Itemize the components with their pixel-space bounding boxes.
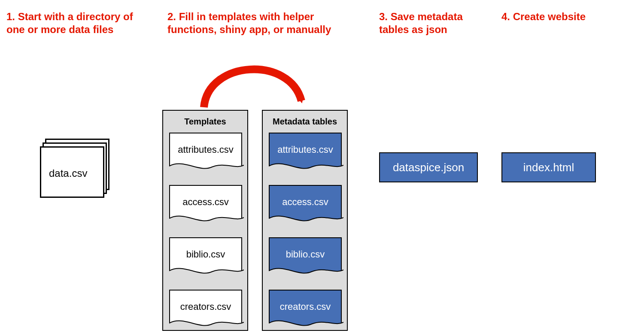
template-file-label: attributes.csv [178, 144, 234, 155]
metadata-file-access: access.csv [269, 185, 342, 224]
json-file-label: dataspice.json [393, 161, 464, 174]
data-file-label: data.csv [49, 167, 87, 179]
metadata-file-attributes: attributes.csv [269, 133, 342, 172]
template-file-attributes: attributes.csv [169, 133, 242, 172]
metadata-file-label: creators.csv [280, 301, 331, 312]
template-file-label: access.csv [182, 197, 229, 208]
metadata-file-label: attributes.csv [277, 144, 333, 155]
template-file-label: biblio.csv [186, 249, 225, 260]
html-file-label: index.html [523, 161, 574, 174]
template-file-biblio: biblio.csv [169, 237, 242, 277]
data-file-stack-icon: data.csv [40, 139, 109, 198]
metadata-file-creators: creators.csv [269, 290, 342, 329]
html-file-box: index.html [501, 152, 596, 182]
metadata-file-label: biblio.csv [286, 249, 325, 260]
template-file-label: creators.csv [180, 301, 231, 312]
metadata-panel: Metadata tables attributes.csv access.cs… [262, 110, 348, 331]
workflow-diagram: 1. Start with a directory of one or more… [0, 0, 644, 336]
templates-panel-title: Templates [169, 117, 241, 127]
metadata-panel-title: Metadata tables [269, 117, 341, 127]
json-file-box: dataspice.json [379, 152, 478, 182]
step-1-label: 1. Start with a directory of one or more… [6, 10, 152, 36]
step-3-label: 3. Save metadata tables as json [379, 10, 478, 36]
step-4-label: 4. Create website [501, 10, 613, 23]
metadata-file-label: access.csv [282, 197, 328, 208]
fill-in-arrow-icon [185, 49, 322, 114]
metadata-file-biblio: biblio.csv [269, 237, 342, 277]
templates-panel: Templates attributes.csv access.csv bibl… [162, 110, 248, 331]
template-file-access: access.csv [169, 185, 242, 224]
step-2-label: 2. Fill in templates with helper functio… [167, 10, 356, 36]
template-file-creators: creators.csv [169, 290, 242, 329]
